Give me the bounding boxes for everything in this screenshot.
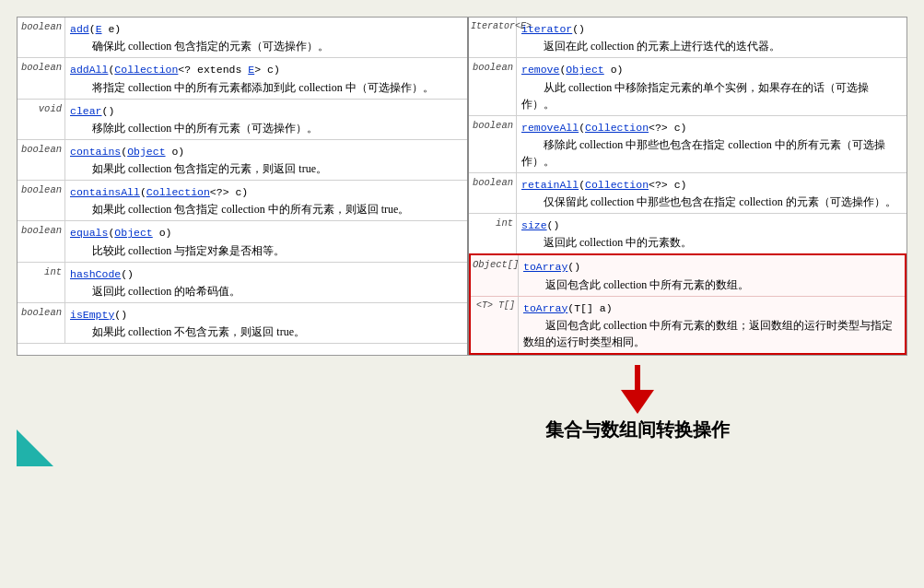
method-row-clear: void clear() 移除此 collection 中的所有元素（可选操作）… [18,100,467,140]
link-toArray2[interactable]: toArray [523,302,567,314]
method-row-retainAll: boolean retainAll(Collection<?> c) 仅保留此 … [469,173,906,214]
link-removeAll[interactable]: removeAll [521,122,579,134]
type-equals: boolean [18,221,65,261]
link-contains[interactable]: contains [70,146,121,158]
link-retainAll-Collection[interactable]: Collection [585,179,649,191]
desc-removeAll: removeAll(Collection<?> c) 移除此 collectio… [517,116,906,172]
link-add[interactable]: add [70,23,89,35]
corner-decoration [17,429,53,466]
arrow-stem [635,365,640,391]
type-iterator: Iterator<E> [469,18,517,57]
desc-retainAll: retainAll(Collection<?> c) 仅保留此 collecti… [517,173,906,213]
method-row-add: boolean add(E e) 确保此 collection 包含指定的元素（… [18,18,467,58]
highlighted-methods-section: Object[] toArray() 返回包含此 collection 中所有元… [469,253,906,355]
link-retainAll[interactable]: retainAll [521,179,579,191]
link-isEmpty[interactable]: isEmpty [70,309,114,321]
method-row-containsAll: boolean containsAll(Collection<?> c) 如果此… [18,181,467,221]
link-add-E[interactable]: E [96,23,102,35]
method-row-toArray2: <T> T[] toArray(T[] a) 返回包含此 collection … [471,297,905,353]
type-remove: boolean [469,58,517,114]
link-remove-Object[interactable]: Object [566,64,603,76]
right-panel: Iterator<E> iterator() 返回在此 collection 的… [469,18,906,355]
desc-containsAll: containsAll(Collection<?> c) 如果此 collect… [65,181,467,220]
link-hashCode[interactable]: hashCode [70,268,121,280]
desc-addAll: addAll(Collection<? extends E> c) 将指定 co… [65,58,467,98]
link-containsAll-Collection[interactable]: Collection [146,186,210,198]
type-containsAll: boolean [18,181,65,220]
arrow-head [621,390,654,414]
annotation-with-arrow: 集合与数组间转换操作 [545,360,730,442]
method-row-isEmpty: boolean isEmpty() 如果此 collection 不包含元素，则… [18,303,467,344]
link-equals-Object[interactable]: Object [114,227,152,239]
method-row-iterator: Iterator<E> iterator() 返回在此 collection 的… [469,18,906,58]
link-addAll-Collection[interactable]: Collection [114,64,178,76]
method-row-hashCode: int hashCode() 返回此 collection 的哈希码值。 [18,263,467,303]
method-row-contains: boolean contains(Object o) 如果此 collectio… [18,140,467,181]
type-removeAll: boolean [469,116,517,172]
type-hashCode: int [18,263,65,302]
link-remove[interactable]: remove [521,64,559,76]
desc-clear: clear() 移除此 collection 中的所有元素（可选操作）。 [65,100,467,139]
right-top-section: Iterator<E> iterator() 返回在此 collection 的… [469,18,906,253]
link-addAll[interactable]: addAll [70,64,108,76]
desc-remove: remove(Object o) 从此 collection 中移除指定元素的单… [517,58,906,114]
type-add: boolean [18,18,65,57]
link-clear[interactable]: clear [70,105,102,117]
desc-size: size() 返回此 collection 中的元素数。 [517,214,906,253]
desc-add: add(E e) 确保此 collection 包含指定的元素（可选操作）。 [65,18,467,57]
link-iterator[interactable]: iterator [521,23,572,35]
link-contains-Object[interactable]: Object [127,146,165,158]
desc-iterator: iterator() 返回在此 collection 的元素上进行迭代的迭代器。 [517,18,906,57]
method-row-addAll: boolean addAll(Collection<? extends E> c… [18,58,467,99]
bottom-annotation: 集合与数组间转换操作 [17,356,907,466]
desc-contains: contains(Object o) 如果此 collection 包含指定的元… [65,140,467,180]
method-row-size: int size() 返回此 collection 中的元素数。 [469,214,906,253]
link-removeAll-Collection[interactable]: Collection [585,122,649,134]
desc-hashCode: hashCode() 返回此 collection 的哈希码值。 [65,263,467,302]
link-addAll-E[interactable]: E [248,64,254,76]
desc-isEmpty: isEmpty() 如果此 collection 不包含元素，则返回 true。 [65,303,467,343]
link-toArray1[interactable]: toArray [523,261,567,273]
desc-equals: equals(Object o) 比较此 collection 与指定对象是否相… [65,221,467,261]
type-size: int [469,214,517,253]
type-contains: boolean [18,140,65,180]
type-toArray1: Object[] [471,255,519,295]
link-size[interactable]: size [521,219,547,231]
arrow-graphic [621,365,654,414]
type-addAll: boolean [18,58,65,98]
method-row-removeAll: boolean removeAll(Collection<?> c) 移除此 c… [469,116,906,173]
desc-toArray1: toArray() 返回包含此 collection 中所有元素的数组。 [519,255,905,295]
type-toArray2: <T> T[] [471,297,519,353]
type-isEmpty: boolean [18,303,65,343]
desc-toArray2: toArray(T[] a) 返回包含此 collection 中所有元素的数组… [519,297,905,353]
type-clear: void [18,100,65,139]
link-containsAll[interactable]: containsAll [70,186,140,198]
method-row-equals: boolean equals(Object o) 比较此 collection … [18,221,467,262]
type-retainAll: boolean [469,173,517,213]
method-row-toArray1: Object[] toArray() 返回包含此 collection 中所有元… [471,255,905,296]
method-row-remove: boolean remove(Object o) 从此 collection 中… [469,58,906,115]
left-panel: boolean add(E e) 确保此 collection 包含指定的元素（… [18,18,469,355]
link-equals[interactable]: equals [70,227,108,239]
annotation-label: 集合与数组间转换操作 [545,417,730,442]
